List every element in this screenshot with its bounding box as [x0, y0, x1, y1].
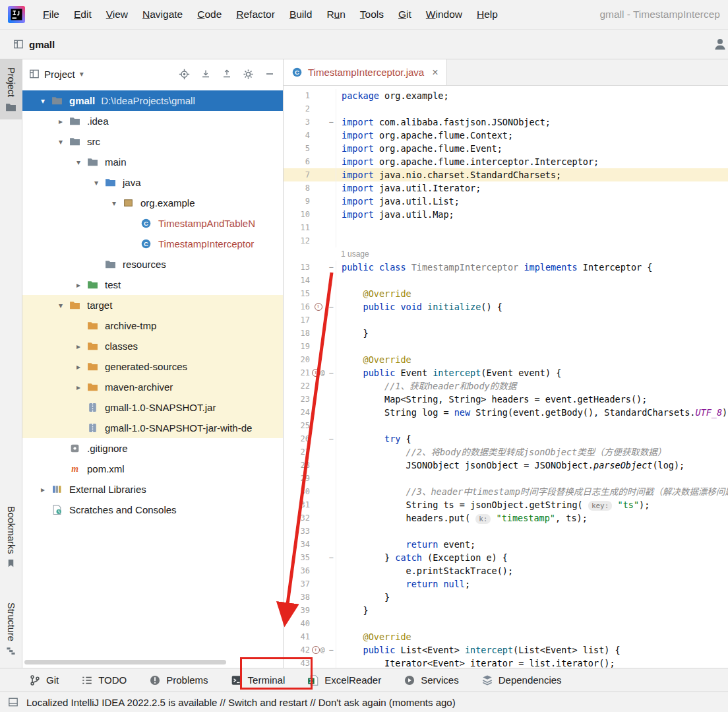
code-line-20[interactable]: 20 @Override — [284, 353, 728, 366]
tree-item-scratches-and-consoles[interactable]: Scratches and Consoles — [22, 500, 283, 520]
code-line-30[interactable]: 30 //3、header中timestamp时间字段替换成日志生成的时间戳（解… — [284, 485, 728, 498]
chevron-open-icon[interactable]: ▾ — [106, 199, 123, 208]
editor-tab-timestampinterceptor-java[interactable]: CTimestampInterceptor.java× — [284, 59, 447, 85]
code-line-35[interactable]: 35− } catch (Exception e) { — [284, 551, 728, 564]
code-line-43[interactable]: 43 Iterator<Event> iterator = list.itera… — [284, 657, 728, 668]
override-gutter-icon[interactable]: ↑ — [310, 300, 326, 313]
chevron-closed-icon[interactable]: ▸ — [70, 362, 87, 372]
code-line-22[interactable]: 22 //1、获取header和body的数据 — [284, 379, 728, 393]
menu-edit[interactable]: Edit — [67, 5, 99, 24]
tool-windows-icon[interactable] — [8, 697, 18, 707]
code-line-28[interactable]: 28 JSONObject jsonObject = JSONObject.pa… — [284, 459, 728, 472]
code-line-23[interactable]: 23 Map<String, String> headers = event.g… — [284, 393, 728, 406]
code-line-7[interactable]: 7import java.nio.charset.StandardCharset… — [284, 168, 728, 181]
code-line-6[interactable]: 6import org.apache.flume.interceptor.Int… — [284, 155, 728, 168]
menu-git[interactable]: Git — [391, 5, 419, 24]
menu-code[interactable]: Code — [190, 5, 229, 24]
code-line-8[interactable]: 8import java.util.Iterator; — [284, 181, 728, 195]
override-gutter-icon[interactable]: ↑@ — [310, 643, 326, 657]
code-line-4[interactable]: 4import org.apache.flume.Context; — [284, 129, 728, 142]
menu-file[interactable]: File — [36, 5, 67, 24]
usage-hint[interactable]: 1 usage — [341, 247, 369, 261]
fold-icon[interactable]: − — [326, 551, 336, 564]
code-line-42[interactable]: 42↑@− public List<Event> intercept(List<… — [284, 643, 728, 657]
code-line-5[interactable]: 5import org.apache.flume.Event; — [284, 142, 728, 155]
tree-item-gitignore[interactable]: .gitignore — [22, 438, 283, 459]
tree-item-timestampandtablen[interactable]: CTimestampAndTableN — [22, 213, 283, 234]
code-line-3[interactable]: 3−import com.alibaba.fastjson.JSONObject… — [284, 115, 728, 129]
code-line-19[interactable]: 19 — [284, 340, 728, 353]
chevron-closed-icon[interactable]: ▸ — [70, 383, 87, 392]
tool-button-services[interactable]: Services — [394, 668, 468, 692]
code-line-14[interactable]: 14 — [284, 274, 728, 287]
code-line-41[interactable]: 41 @Override — [284, 630, 728, 643]
menu-window[interactable]: Window — [419, 5, 470, 24]
code-line-15[interactable]: 15 @Override — [284, 287, 728, 300]
code-line-24[interactable]: 24 String log = new String(event.getBody… — [284, 406, 728, 419]
code-line-33[interactable]: 33 — [284, 525, 728, 538]
stripe-item-project[interactable]: Project — [0, 59, 22, 119]
chevron-closed-icon[interactable]: ▸ — [34, 485, 51, 494]
fold-icon[interactable]: − — [326, 432, 336, 445]
tool-button-git[interactable]: Git — [20, 668, 68, 692]
status-message[interactable]: Localized IntelliJ IDEA 2022.2.5 is avai… — [26, 697, 456, 708]
close-icon[interactable]: × — [432, 67, 438, 79]
project-horizontal-scrollbar[interactable] — [24, 660, 226, 664]
tree-item-external-libraries[interactable]: ▸External Libraries — [22, 479, 283, 500]
menu-tools[interactable]: Tools — [353, 5, 391, 24]
menu-view[interactable]: View — [99, 5, 135, 24]
fold-icon[interactable]: − — [326, 261, 336, 274]
menu-build[interactable]: Build — [282, 5, 319, 24]
tool-button-dependencies[interactable]: Dependencies — [472, 668, 571, 692]
menu-run[interactable]: Run — [319, 5, 352, 24]
chevron-open-icon[interactable]: ▾ — [52, 301, 69, 310]
tree-item-src[interactable]: ▾src — [22, 131, 283, 152]
tool-button-excelreader[interactable]: XExcelReader — [298, 668, 390, 692]
chevron-closed-icon[interactable]: ▸ — [70, 280, 87, 290]
tool-button-terminal[interactable]: Terminal — [222, 668, 295, 692]
project-selector[interactable]: gmall — [7, 39, 61, 50]
code-line-36[interactable]: 36 e.printStackTrace(); — [284, 564, 728, 577]
code-line-9[interactable]: 9import java.util.List; — [284, 195, 728, 208]
code-line-17[interactable]: 17 — [284, 313, 728, 327]
chevron-closed-icon[interactable]: ▸ — [52, 117, 69, 126]
chevron-open-icon[interactable]: ▾ — [88, 178, 105, 187]
code-line-25[interactable]: 25 — [284, 419, 728, 432]
menu-refactor[interactable]: Refactor — [229, 5, 282, 24]
override-gutter-icon[interactable]: ↑@ — [310, 366, 326, 379]
code-line-40[interactable]: 40 — [284, 617, 728, 630]
tree-item-gmall-1-0-snapshot-jar[interactable]: gmall-1.0-SNAPSHOT.jar — [22, 397, 283, 418]
code-line-26[interactable]: 26− try { — [284, 432, 728, 445]
chevron-closed-icon[interactable]: ▸ — [70, 342, 87, 351]
menu-navigate[interactable]: Navigate — [135, 5, 190, 24]
code-line-38[interactable]: 38 } — [284, 591, 728, 604]
tree-item-timestampinterceptor[interactable]: CTimestampInterceptor — [22, 234, 283, 254]
stripe-item-structure[interactable]: Structure — [0, 595, 22, 663]
tree-item-generated-sources[interactable]: ▸generated-sources — [22, 356, 283, 377]
code-line-31[interactable]: 31 String ts = jsonObject.getString( key… — [284, 498, 728, 511]
code-line-27[interactable]: 27 //2、将body的数据类型转成jsonObject类型（方便获取数据） — [284, 445, 728, 459]
tree-item-test[interactable]: ▸test — [22, 275, 283, 295]
code-line-1[interactable]: 1package org.example; — [284, 89, 728, 102]
code-line-21[interactable]: 21↑@− public Event intercept(Event event… — [284, 366, 728, 379]
settings-icon[interactable] — [243, 69, 254, 80]
tree-item-pom-xml[interactable]: mpom.xml — [22, 459, 283, 479]
stripe-item-bookmarks[interactable]: Bookmarks — [0, 498, 22, 575]
code-line-12[interactable]: 12 — [284, 234, 728, 247]
tree-item-resources[interactable]: resources — [22, 254, 283, 275]
chevron-open-icon[interactable]: ▾ — [70, 158, 87, 167]
tree-item-main[interactable]: ▾main — [22, 152, 283, 172]
code-line-37[interactable]: 37 return null; — [284, 577, 728, 591]
tree-item-maven-archiver[interactable]: ▸maven-archiver — [22, 377, 283, 397]
tree-item-idea[interactable]: ▸.idea — [22, 111, 283, 131]
fold-icon[interactable]: − — [326, 300, 336, 313]
tree-item-archive-tmp[interactable]: archive-tmp — [22, 315, 283, 336]
code-line-2[interactable]: 2 — [284, 102, 728, 115]
tree-item-classes[interactable]: ▸classes — [22, 336, 283, 356]
chevron-down-icon[interactable]: ▾ — [80, 69, 84, 79]
tool-button-todo[interactable]: TODO — [72, 668, 136, 692]
hide-icon[interactable] — [264, 69, 275, 79]
user-profile-icon[interactable] — [713, 37, 727, 51]
tree-item-gmall-1-0-snapshot-jar-with-de[interactable]: gmall-1.0-SNAPSHOT-jar-with-de — [22, 418, 283, 438]
code-line-10[interactable]: 10import java.util.Map; — [284, 208, 728, 221]
